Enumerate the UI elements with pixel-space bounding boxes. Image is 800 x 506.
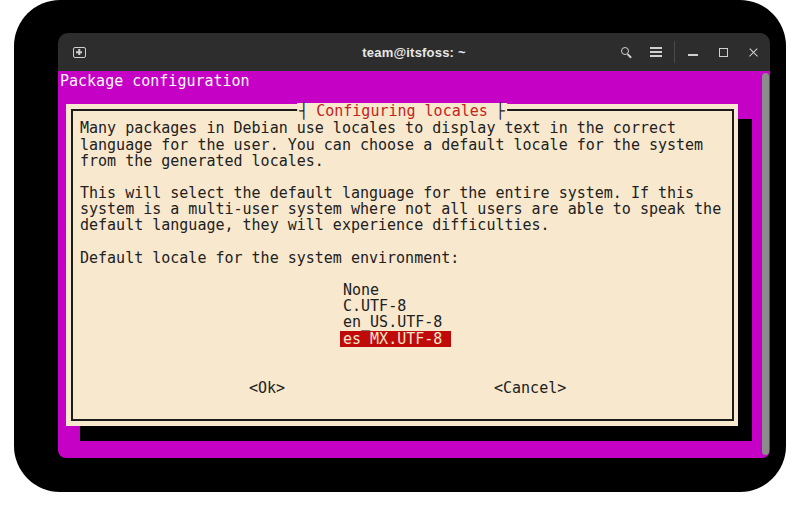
dialog-text-line: language for the user. You can choose a … — [80, 137, 703, 153]
dialog-text-line: from the generated locales. — [80, 153, 324, 169]
locale-option-en-us[interactable]: en_US.UTF-8 — [343, 314, 442, 330]
scrollbar[interactable] — [762, 73, 769, 455]
minimize-button[interactable] — [678, 33, 708, 71]
maximize-icon — [719, 48, 728, 57]
search-button[interactable] — [611, 33, 641, 71]
dialog-title-text: Configuring locales — [308, 102, 496, 120]
dialog-text-line: default language, they will experience d… — [80, 217, 550, 233]
search-icon — [621, 47, 629, 55]
border-tick-left: ┤ — [299, 102, 308, 120]
hamburger-menu-icon — [650, 51, 662, 53]
maximize-button[interactable] — [708, 33, 738, 71]
dialog-text-line: system is a multi-user system where not … — [80, 201, 721, 217]
locale-option-none[interactable]: None — [343, 282, 379, 298]
ok-button[interactable]: <Ok> — [249, 380, 285, 396]
titlebar[interactable]: team@itsfoss: ~ — [58, 33, 770, 71]
configuring-locales-dialog: ┤Configuring locales├ Many packages in D… — [66, 104, 738, 426]
close-icon — [748, 47, 759, 58]
menu-button[interactable] — [641, 33, 671, 71]
dialog-text-line: This will select the default language fo… — [80, 185, 694, 201]
titlebar-controls — [611, 33, 768, 71]
screenshot-page: team@itsfoss: ~ — [0, 0, 800, 506]
locale-option-es-mx[interactable]: es_MX.UTF-8 — [340, 331, 451, 347]
terminal-window: team@itsfoss: ~ — [58, 33, 770, 458]
dialog-prompt: Default locale for the system environmen… — [80, 250, 459, 266]
close-button[interactable] — [738, 33, 768, 71]
terminal-content: Package configuration ┤Configuring local… — [58, 71, 770, 458]
titlebar-separator — [674, 41, 675, 63]
minimize-icon — [688, 54, 698, 56]
dialog-title: ┤Configuring locales├ — [297, 103, 507, 119]
package-configuration-header: Package configuration — [60, 73, 250, 89]
desktop-backdrop: team@itsfoss: ~ — [14, 0, 786, 492]
locale-option-c[interactable]: C.UTF-8 — [343, 298, 406, 314]
cancel-button[interactable]: <Cancel> — [494, 380, 566, 396]
border-tick-right: ├ — [496, 102, 505, 120]
dialog-text-line: Many packages in Debian use locales to d… — [80, 120, 676, 136]
